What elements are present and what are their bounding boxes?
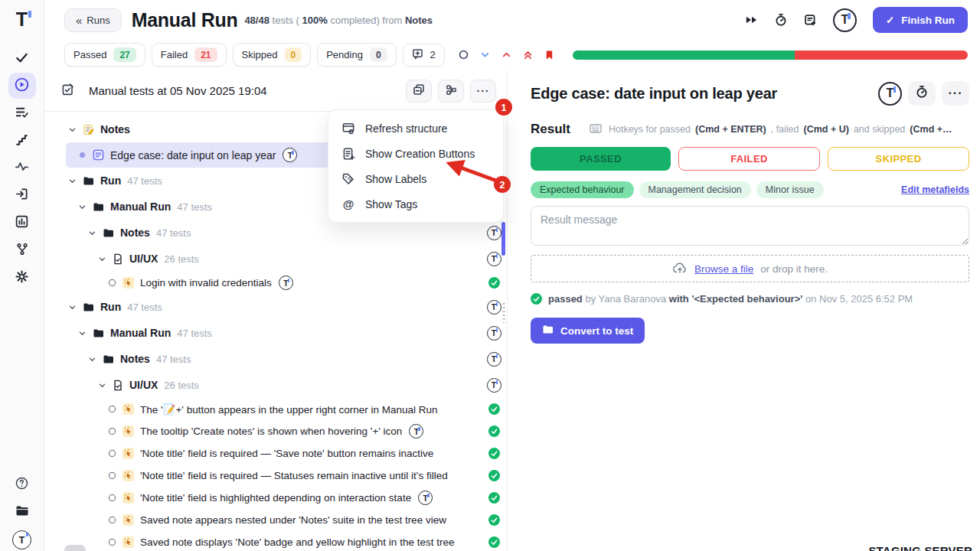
chevron-down-icon[interactable]	[86, 229, 98, 237]
metafield-pill[interactable]: Expected behaviour	[531, 181, 634, 198]
testomat-icon: T	[481, 378, 507, 393]
chevron-down-icon[interactable]	[76, 203, 88, 211]
tree-row[interactable]: The tooltip 'Create notes' is shown when…	[66, 420, 507, 442]
tree-row-label: 'Note title' field is required — 'Save n…	[140, 448, 481, 459]
tree-row-text: Notes	[120, 353, 150, 365]
tree-structure-button[interactable]	[438, 80, 464, 103]
folder-icon	[83, 302, 94, 312]
filter-chip-passed[interactable]: Passed27	[64, 43, 145, 67]
convert-to-test-button[interactable]: Convert to test	[531, 318, 645, 344]
sidebar-item-tests[interactable]	[8, 46, 36, 72]
browse-file-link[interactable]: Browse a file	[694, 263, 753, 275]
tree-scrollbar[interactable]	[501, 222, 505, 256]
doc-icon	[113, 380, 123, 391]
testomat-icon: T	[487, 226, 501, 240]
tree-row[interactable]: Run47 testsT	[66, 294, 507, 320]
filter-chip-failed[interactable]: Failed21	[152, 43, 227, 67]
tree-row[interactable]: Notes47 testsT	[66, 346, 507, 372]
bookmark-icon[interactable]	[544, 50, 554, 60]
hotkey-segment: and skipped	[854, 124, 905, 135]
sidebar-item-plans[interactable]	[8, 100, 36, 126]
sidebar-item-milestones[interactable]	[8, 128, 36, 154]
run-progress-bar	[573, 51, 968, 60]
circle-status-icon[interactable]	[459, 50, 469, 60]
tree-row[interactable]: 'Note title' field is highlighted depend…	[66, 487, 507, 509]
edit-metafields-link[interactable]: Edit metafields	[901, 184, 969, 195]
chevron-down-icon[interactable]	[76, 329, 88, 337]
double-chevron-up-icon[interactable]	[523, 50, 533, 60]
test-icon	[122, 403, 134, 415]
tree-row[interactable]: The '📝+' button appears in the upper rig…	[66, 398, 507, 420]
note-plus-icon	[341, 147, 355, 161]
chevron-down-icon[interactable]	[86, 355, 98, 364]
timer-button[interactable]	[908, 81, 936, 106]
app-logo: T	[8, 6, 36, 32]
tree-row-label: Saved note displays 'Note' badge and yel…	[140, 536, 481, 548]
test-icon	[122, 277, 134, 289]
tree-options-menu: Refresh structureShow Creation ButtonsSh…	[328, 109, 504, 223]
menu-item-show-creation-buttons[interactable]: Show Creation Buttons	[328, 141, 503, 166]
result-message-input[interactable]	[531, 206, 969, 246]
tree-row-label: Saved note appears nested under 'Notes' …	[140, 514, 481, 526]
filter-chip-skipped[interactable]: Skipped0	[233, 43, 312, 67]
note-add-icon[interactable]	[804, 14, 817, 27]
tree-horizontal-scrollbar[interactable]	[64, 545, 86, 551]
tree-row[interactable]: Saved note displays 'Note' badge and yel…	[66, 531, 507, 551]
sidebar-item-import[interactable]	[8, 182, 36, 208]
sidebar-item-help[interactable]	[8, 471, 36, 497]
menu-item-show-tags[interactable]: @Show Tags	[328, 191, 503, 217]
chevron-down-icon[interactable]	[96, 255, 108, 263]
tree-row[interactable]: Notes47 testsT	[66, 220, 507, 246]
comments-filter-button[interactable]: 2	[403, 44, 445, 67]
finish-run-button[interactable]: ✓ Finish Run	[873, 7, 968, 33]
copy-structure-button[interactable]	[406, 80, 432, 103]
tree-row[interactable]: Login with invalid credentialsT	[66, 272, 507, 294]
chevron-down-icon[interactable]	[66, 303, 78, 311]
tree-row-meta: 26 tests	[164, 253, 199, 265]
tree-more-button[interactable]: ···	[470, 80, 496, 103]
sidebar-avatar[interactable]: T	[8, 527, 36, 551]
test-bullet-icon	[106, 449, 118, 458]
tree-row[interactable]: UI/UX26 testsT	[66, 372, 507, 398]
sidebar-item-runs[interactable]	[8, 73, 36, 99]
sidebar-item-library[interactable]	[8, 499, 36, 525]
metafield-pill[interactable]: Minor issue	[756, 181, 824, 198]
filter-chip-pending[interactable]: Pending0	[317, 43, 396, 67]
fast-forward-icon[interactable]	[745, 15, 758, 25]
back-to-runs-button[interactable]: « Runs	[64, 8, 122, 32]
detail-more-button[interactable]: ···	[942, 81, 969, 106]
panel-resize-grip[interactable]	[502, 303, 505, 323]
tree-row-text: 'Note title' field is highlighted depend…	[140, 492, 411, 504]
status-button-passed[interactable]: PASSED	[531, 147, 671, 171]
testomat-logo-icon[interactable]: T	[878, 82, 902, 106]
testomat-logo-icon[interactable]: T	[833, 8, 857, 32]
chevron-down-icon[interactable]	[66, 126, 78, 134]
chevron-down-icon[interactable]	[480, 50, 490, 60]
chevron-down-icon[interactable]	[96, 381, 108, 390]
metafield-pill[interactable]: Management decision	[639, 181, 751, 198]
tree-row[interactable]: 'Note title' field is required — Statuse…	[66, 465, 507, 487]
status-button-failed[interactable]: FAILED	[678, 147, 820, 171]
tree-row-text: Manual Run	[110, 327, 171, 339]
tree-row[interactable]: UI/UX26 testsT	[66, 246, 507, 272]
menu-item-refresh-structure[interactable]: Refresh structure	[328, 116, 503, 141]
test-icon	[122, 448, 134, 459]
tree-row-meta: 47 tests	[127, 175, 162, 187]
run-stats: 48/48 tests ( 100% completed) from Notes	[244, 15, 433, 26]
sidebar-item-reports[interactable]	[8, 210, 36, 236]
sidebar-item-branches[interactable]	[8, 237, 36, 263]
chevron-up-icon[interactable]	[501, 50, 511, 60]
chevron-down-icon[interactable]	[66, 177, 78, 185]
tree-row[interactable]: 'Note title' field is required — 'Save n…	[66, 442, 507, 465]
sidebar-item-activity[interactable]	[8, 155, 36, 181]
tree-row[interactable]: Manual Run47 testsT	[66, 320, 507, 346]
tree-row[interactable]: Saved note appears nested under 'Notes' …	[66, 509, 507, 531]
sidebar-item-settings[interactable]	[8, 265, 36, 291]
tree-row-text: Login with invalid credentials	[140, 277, 272, 289]
status-button-skipped[interactable]: SKIPPED	[828, 147, 969, 171]
file-dropzone[interactable]: Browse a file or drop it here.	[531, 255, 969, 282]
result-row: Result Hotkeys for passed (Cmd + ENTER) …	[531, 122, 969, 137]
menu-item-show-labels[interactable]: Show Labels	[328, 166, 503, 191]
stopwatch-icon[interactable]	[774, 13, 788, 27]
filter-count-badge: 0	[285, 47, 302, 62]
